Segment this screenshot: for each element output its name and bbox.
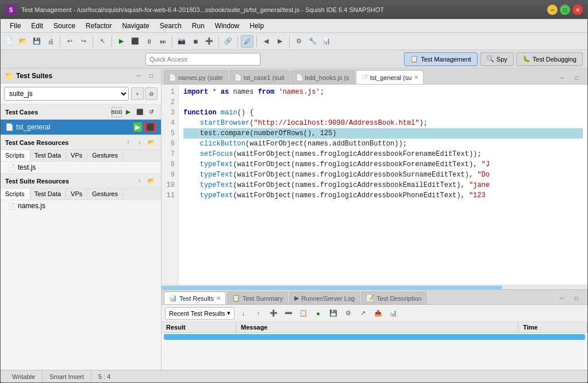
suite-tab-scripts[interactable]: Scripts — [1, 189, 30, 200]
perspective-test-management[interactable]: 📋 Test Management — [404, 52, 477, 66]
test-management-icon: 📋 — [410, 55, 418, 63]
print-button[interactable]: 🖨 — [44, 35, 57, 48]
editor-tab-tst-general[interactable]: 📄 tst_general (su ✕ — [356, 70, 424, 84]
case-tab-gestures[interactable]: Gestures — [87, 150, 123, 161]
code-line-7: setFocus(waitForObject(names.froglogicAd… — [183, 149, 583, 159]
minimize-panel-icon[interactable]: ─ — [133, 71, 144, 81]
step-button[interactable]: ⏭ — [156, 35, 169, 48]
menu-edit[interactable]: Edit — [26, 21, 48, 31]
run-button[interactable]: ▶ — [115, 35, 128, 48]
time-header: Time — [518, 322, 587, 332]
add-suite-button[interactable]: + — [131, 87, 144, 100]
expand-btn[interactable]: ↗ — [358, 308, 369, 319]
maximize-panel-icon[interactable]: □ — [146, 71, 156, 81]
insert-button[interactable]: ➕ — [203, 35, 216, 48]
new-button[interactable]: 📄 — [3, 35, 16, 48]
remove-result-btn[interactable]: ➖ — [283, 308, 294, 319]
stop-button[interactable]: ⬛ — [129, 35, 141, 48]
menu-run[interactable]: Run — [187, 21, 209, 31]
bottom-tab-test-summary[interactable]: 📋 Test Summary — [227, 292, 288, 304]
case-tab-testdata[interactable]: Test Data — [30, 150, 66, 161]
highlight-button[interactable]: 🖊 — [241, 35, 253, 48]
suite-dropdown[interactable]: suite_js — [4, 87, 129, 101]
editor-tab-names-py[interactable]: 📄 names.py (suite — [164, 70, 228, 84]
code-content[interactable]: import * as names from 'names.js'; funct… — [179, 85, 587, 285]
menu-file[interactable]: File — [5, 21, 25, 31]
capture-button[interactable]: 📷 — [175, 35, 188, 48]
menu-source[interactable]: Source — [49, 21, 80, 31]
run-case-icon[interactable]: ▶ — [133, 122, 142, 132]
export-btn[interactable]: 📤 — [372, 308, 384, 319]
misc-btn-2[interactable]: 🔧 — [306, 35, 319, 48]
editor-tab-tst-case1[interactable]: 📄 tst_case1 (suit — [229, 70, 290, 84]
quick-access-input[interactable] — [145, 53, 260, 66]
copy-result-btn[interactable]: 📋 — [298, 308, 309, 319]
spy-icon: 🔍 — [486, 55, 494, 63]
open-button[interactable]: 📂 — [17, 35, 29, 48]
green-circle-btn[interactable]: ● — [313, 308, 324, 319]
stop-case-icon[interactable]: ⬛ — [144, 122, 156, 132]
chart-btn[interactable]: 📊 — [387, 308, 399, 319]
perspective-test-debugging[interactable]: 🐛 Test Debugging — [516, 52, 583, 66]
suite-tab-testdata[interactable]: Test Data — [30, 189, 66, 200]
editor-scrollbar-h[interactable] — [162, 285, 587, 289]
bottom-tab-runner-log[interactable]: ▶ Runner/Server Log — [289, 292, 360, 304]
menu-help[interactable]: Help — [245, 21, 269, 31]
editor-minimize-btn[interactable]: ─ — [555, 71, 568, 84]
menu-search[interactable]: Search — [155, 21, 186, 31]
editor-tab-label-2: bdd_hooks.js (s — [305, 74, 349, 81]
run-test-case-icon[interactable]: ▶ — [123, 107, 133, 117]
perspective-spy[interactable]: 🔍 Spy — [480, 52, 514, 66]
open-case-resource-icon[interactable]: 📂 — [146, 137, 156, 148]
nav-forward-button[interactable]: ▶ — [274, 35, 286, 48]
scroll-up-btn[interactable]: ↑ — [253, 308, 264, 319]
misc-btn-1[interactable]: ⚙ — [293, 35, 305, 48]
recent-results-dropdown[interactable]: Recent Test Results ▾ — [165, 307, 235, 320]
bottom-minimize-btn[interactable]: ─ — [555, 292, 568, 304]
suite-tab-vps[interactable]: VPs — [66, 189, 87, 200]
toolbar-separator-4 — [172, 36, 172, 47]
case-tab-vps[interactable]: VPs — [66, 150, 87, 161]
bottom-tab-test-description[interactable]: 📝 Test Description — [361, 292, 426, 304]
editor-maximize-btn[interactable]: □ — [570, 71, 583, 84]
case-tab-scripts[interactable]: Scripts — [1, 150, 30, 161]
scroll-down-btn[interactable]: ↓ — [238, 308, 249, 319]
add-bdd-icon[interactable]: BDD — [112, 107, 122, 117]
menu-navigate[interactable]: Navigate — [117, 21, 153, 31]
record-test-case-icon[interactable]: ⬛ — [134, 107, 145, 117]
bottom-tab-test-results[interactable]: 📊 Test Results ✕ — [164, 292, 226, 304]
redo-button[interactable]: ↪ — [77, 35, 90, 48]
add-suite-resource-icon[interactable]: ↑ — [134, 176, 145, 186]
open-suite-resource-icon[interactable]: 📂 — [146, 176, 156, 186]
suite-file-namesjs: 📄 names.js — [1, 200, 161, 212]
add-case-resource-icon[interactable]: ↑ — [123, 137, 133, 148]
misc-btn-3[interactable]: 📊 — [320, 35, 333, 48]
settings-suite-button[interactable]: ⚙ — [145, 87, 157, 100]
code-editor[interactable]: 1 2 3 4 5 6 7 8 9 10 11 import * as name… — [162, 85, 587, 285]
case-file-testjs: 📄 test.js — [1, 162, 161, 173]
refresh-icon[interactable]: ↺ — [146, 107, 156, 117]
suite-tab-gestures[interactable]: Gestures — [87, 189, 123, 200]
save-result-btn[interactable]: 💾 — [328, 308, 339, 319]
bottom-maximize-btn[interactable]: □ — [570, 292, 583, 304]
close-tab-icon[interactable]: ✕ — [414, 74, 418, 81]
test-case-tst-general[interactable]: 📄 tst_general ▶ ⬛ — [1, 120, 161, 135]
cursor-button[interactable]: ↖ — [96, 35, 109, 48]
pause-button[interactable]: ⏸ — [143, 35, 155, 48]
minimize-button[interactable]: ─ — [547, 5, 558, 15]
test-case-name: tst_general — [16, 123, 50, 131]
editor-tab-bdd-hooks[interactable]: 📄 bdd_hooks.js (s — [291, 70, 355, 84]
filter-btn[interactable]: ⚙ — [343, 308, 354, 319]
menu-refactor[interactable]: Refactor — [81, 21, 116, 31]
connect-button[interactable]: 🔗 — [222, 35, 235, 48]
close-results-tab-icon[interactable]: ✕ — [216, 295, 221, 301]
nav-back-button[interactable]: ◀ — [260, 35, 272, 48]
record-button[interactable]: ⏺ — [189, 35, 202, 48]
close-button[interactable]: ✕ — [572, 5, 583, 15]
save-button[interactable]: 💾 — [30, 35, 43, 48]
manage-case-resource-icon[interactable]: ↓ — [134, 137, 145, 148]
undo-button[interactable]: ↩ — [63, 35, 76, 48]
menu-window[interactable]: Window — [210, 21, 244, 31]
maximize-button[interactable]: □ — [560, 5, 570, 15]
add-result-btn[interactable]: ➕ — [268, 308, 279, 319]
